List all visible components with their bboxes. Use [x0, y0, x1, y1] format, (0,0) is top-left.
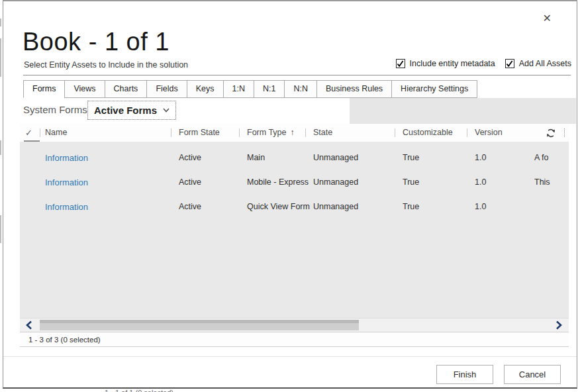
record-count: 1 - 3 of 3 (0 selected)	[20, 332, 569, 347]
column-header-label: Form Type	[247, 128, 287, 137]
row-form-type: Mobile - Express	[247, 170, 309, 195]
tab-views[interactable]: Views	[64, 80, 105, 98]
grid-header: ✓ Name Form State Form Type↑ State Custo…	[20, 124, 569, 142]
screen: 1 - 1 of 1 (0 selected) ✕ Book - 1 of 1 …	[0, 0, 580, 392]
tab-fields[interactable]: Fields	[146, 80, 187, 98]
option-checkboxes: Include entity metadata Add All Assets	[396, 59, 571, 68]
sort-ascending-icon: ↑	[291, 128, 295, 137]
horizontal-scrollbar[interactable]	[20, 318, 569, 332]
row-name-link[interactable]: Information	[45, 195, 88, 219]
tab-1n[interactable]: 1:N	[223, 80, 254, 98]
background-edge-mark	[0, 38, 1, 77]
tab-forms[interactable]: Forms	[23, 80, 65, 98]
background-status-text: 1 - 1 of 1 (0 selected)	[105, 389, 173, 392]
chevron-down-icon	[163, 108, 169, 113]
forms-grid: ✓ Name Form State Form Type↑ State Custo…	[20, 124, 569, 347]
row-form-state: Active	[179, 195, 201, 219]
row-customizable: True	[403, 195, 419, 219]
column-separator	[40, 128, 40, 137]
table-row[interactable]: Information Active Mobile - Express Unma…	[20, 170, 569, 195]
column-separator	[564, 128, 565, 137]
form-view-dropdown[interactable]: Active Forms	[87, 101, 176, 120]
page-subtitle: Select Entity Assets to Include in the s…	[24, 60, 188, 70]
column-header-version[interactable]: Version	[475, 124, 503, 142]
column-separator	[305, 128, 306, 137]
header-divider	[23, 75, 571, 75]
include-entity-metadata-checkbox[interactable]: Include entity metadata	[396, 59, 495, 68]
row-description: This	[534, 170, 569, 195]
row-form-type: Main	[247, 146, 265, 170]
table-row[interactable]: Information Active Main Unmanaged True 1…	[20, 146, 569, 170]
scrollbar-thumb[interactable]	[40, 320, 359, 330]
table-row[interactable]: Information Active Quick View Form Unman…	[20, 195, 569, 219]
close-button[interactable]: ✕	[543, 13, 552, 24]
column-header-customizable[interactable]: Customizable	[403, 124, 453, 142]
row-customizable: True	[403, 170, 419, 195]
refresh-icon[interactable]	[546, 128, 556, 138]
scroll-right-icon[interactable]	[555, 320, 563, 330]
row-name-link[interactable]: Information	[45, 170, 88, 195]
tab-business-rules[interactable]: Business Rules	[316, 80, 392, 98]
finish-button[interactable]: Finish	[436, 365, 493, 384]
row-state: Unmanaged	[313, 146, 358, 170]
footer-buttons: Finish Cancel	[436, 365, 561, 384]
column-header-name[interactable]: Name	[45, 124, 67, 142]
view-selector-label: System Forms	[23, 104, 87, 115]
row-version: 1.0	[475, 170, 486, 195]
background-edge-mark	[0, 140, 1, 155]
page-title: Book - 1 of 1	[23, 28, 169, 56]
tab-hierarchy-settings[interactable]: Hierarchy Settings	[391, 80, 477, 98]
row-form-state: Active	[179, 146, 201, 170]
tab-keys[interactable]: Keys	[187, 80, 224, 98]
column-separator	[239, 128, 240, 137]
column-header-form-state[interactable]: Form State	[179, 124, 220, 142]
column-header-state[interactable]: State	[313, 124, 332, 142]
add-all-assets-checkbox[interactable]: Add All Assets	[505, 59, 571, 68]
tab-strip: Forms Views Charts Fields Keys 1:N N:1 N…	[23, 80, 477, 98]
grid-body: Information Active Main Unmanaged True 1…	[20, 142, 569, 318]
background-edge-mark	[0, 19, 1, 26]
dropdown-value: Active Forms	[94, 105, 157, 116]
row-description	[534, 195, 569, 219]
column-separator	[467, 128, 467, 137]
cancel-button[interactable]: Cancel	[504, 365, 561, 384]
tab-n1[interactable]: N:1	[254, 80, 285, 98]
checkbox-checked-icon[interactable]	[505, 59, 514, 68]
tab-nn[interactable]: N:N	[284, 80, 317, 98]
row-form-type: Quick View Form	[247, 195, 310, 219]
toolbar-background	[350, 98, 576, 124]
checkbox-label: Add All Assets	[519, 59, 571, 68]
select-all-checkmark-icon[interactable]: ✓	[25, 124, 32, 142]
row-description: A fo	[534, 146, 569, 170]
footer-divider	[3, 356, 577, 357]
checkbox-label: Include entity metadata	[410, 59, 495, 68]
tab-charts[interactable]: Charts	[105, 80, 148, 98]
row-state: Unmanaged	[313, 170, 358, 195]
row-state: Unmanaged	[313, 195, 358, 219]
row-version: 1.0	[475, 195, 486, 219]
column-separator	[171, 128, 171, 137]
column-separator	[395, 128, 395, 137]
row-form-state: Active	[179, 170, 201, 195]
entity-assets-dialog: ✕ Book - 1 of 1 Select Entity Assets to …	[3, 0, 577, 389]
scroll-left-icon[interactable]	[25, 320, 34, 330]
row-name-link[interactable]: Information	[45, 146, 88, 170]
column-header-form-type[interactable]: Form Type↑	[247, 124, 295, 142]
background-edge-mark	[0, 215, 1, 243]
row-customizable: True	[403, 146, 419, 170]
row-version: 1.0	[475, 146, 486, 170]
checkbox-checked-icon[interactable]	[396, 59, 405, 68]
